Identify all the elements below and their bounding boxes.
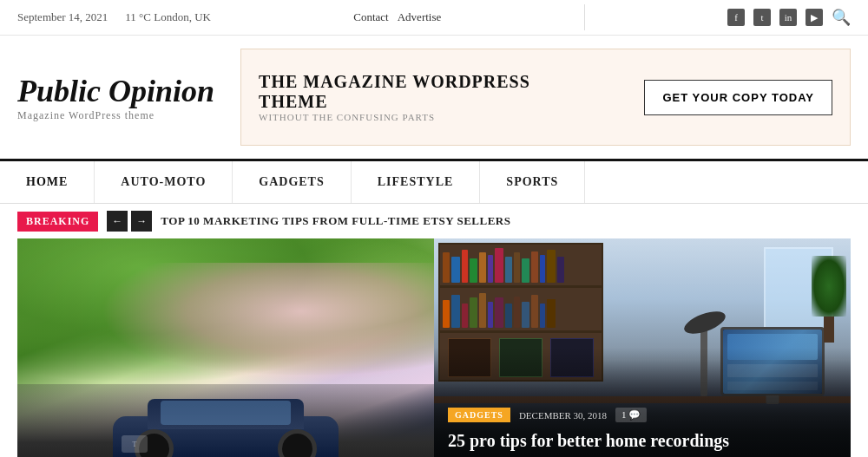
breaking-prev-button[interactable]: ← xyxy=(107,211,128,232)
breaking-bar: BREAKING ← → TOP 10 MARKETING TIPS FROM … xyxy=(0,204,868,238)
nav-auto-moto[interactable]: AUTO-MOTO xyxy=(95,161,233,203)
ad-title: THE MAGAZINE WORDPRESS THEME xyxy=(259,72,589,112)
article-meta: GADGETS DECEMBER 30, 2018 1 💬 xyxy=(448,408,837,422)
weather: 11 °C London, UK xyxy=(125,10,211,24)
site-logo: Public Opinion Magazine WordPress theme xyxy=(17,73,214,122)
main-nav: HOME AUTO-MOTO GADGETS LIFESTYLE SPORTS xyxy=(0,159,868,204)
ad-text: THE MAGAZINE WORDPRESS THEME WITHOUT THE… xyxy=(259,72,589,122)
breaking-nav: ← → xyxy=(107,211,152,232)
top-bar-left: September 14, 2021 11 °C London, UK xyxy=(17,10,211,24)
top-bar-center: Contact Advertise xyxy=(353,10,441,24)
article-title: 25 pro tips for better home recordings xyxy=(448,429,837,452)
instagram-icon[interactable]: in xyxy=(779,9,797,26)
search-button[interactable]: 🔍 xyxy=(832,8,851,27)
ad-banner: THE MAGAZINE WORDPRESS THEME WITHOUT THE… xyxy=(240,49,851,146)
advertise-link[interactable]: Advertise xyxy=(398,10,442,24)
date: September 14, 2021 xyxy=(17,10,108,24)
facebook-icon[interactable]: f xyxy=(727,9,745,26)
nav-sports[interactable]: SPORTS xyxy=(480,161,585,203)
twitter-icon[interactable]: t xyxy=(753,9,771,26)
category-badge: GADGETS xyxy=(448,408,510,422)
top-bar: September 14, 2021 11 °C London, UK Cont… xyxy=(0,0,868,36)
main-image-block: T xyxy=(17,238,434,457)
article-date: DECEMBER 30, 2018 xyxy=(519,410,607,421)
breaking-label: BREAKING xyxy=(17,212,98,232)
secondary-block: GADGETS DECEMBER 30, 2018 1 💬 25 pro tip… xyxy=(434,238,851,457)
logo-subtitle: Magazine WordPress theme xyxy=(17,109,214,122)
contact-link[interactable]: Contact xyxy=(353,10,388,24)
banner-arrow xyxy=(606,62,628,132)
header-area: Public Opinion Magazine WordPress theme … xyxy=(0,36,868,159)
breaking-next-button[interactable]: → xyxy=(131,211,152,232)
nav-home[interactable]: HOME xyxy=(0,161,95,203)
comment-count: 1 💬 xyxy=(615,408,647,422)
youtube-icon[interactable]: ▶ xyxy=(806,9,823,26)
logo-title: Public Opinion xyxy=(17,73,214,109)
nav-lifestyle[interactable]: LIFESTYLE xyxy=(352,161,481,203)
ad-cta-button[interactable]: GET YOUR COPY TODAY xyxy=(644,80,832,115)
article-overlay: GADGETS DECEMBER 30, 2018 1 💬 25 pro tip… xyxy=(434,394,851,457)
nav-gadgets[interactable]: GADGETS xyxy=(233,161,351,203)
top-bar-right: f t in ▶ 🔍 xyxy=(727,8,851,27)
content-area: T xyxy=(0,238,868,457)
breaking-text: TOP 10 MARKETING TIPS FROM FULL-TIME ETS… xyxy=(161,214,510,228)
ad-subtitle: WITHOUT THE CONFUSING PARTS xyxy=(259,112,589,122)
